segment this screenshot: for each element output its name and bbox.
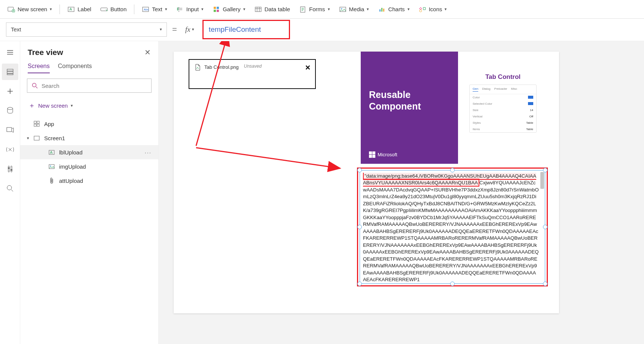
more-button[interactable]: ··· (144, 149, 152, 156)
file-icon (194, 64, 201, 71)
tree-new-screen[interactable]: ＋ New screen ▾ (27, 99, 152, 112)
chevron-down-icon: ▾ (27, 136, 29, 141)
tree-search[interactable] (27, 79, 152, 93)
input-button[interactable]: Input ▾ (173, 3, 207, 15)
fx-button[interactable]: fx ▾ (182, 25, 197, 34)
gallery-icon (213, 6, 220, 13)
base64-body: Cxjwv8YQUAAAAJcEhZcwAADsMAAA7DAcdvqGQAAP… (363, 180, 539, 281)
advanced-tools-button[interactable] (2, 161, 18, 177)
variables-button[interactable] (2, 141, 18, 158)
chevron-down-icon: ▾ (328, 7, 330, 12)
label-button[interactable]: Label (64, 3, 95, 15)
left-rail (0, 41, 20, 344)
search-rail-button[interactable] (2, 180, 18, 197)
resize-handle[interactable] (543, 225, 547, 229)
tab-screens[interactable]: Screens (28, 63, 50, 73)
button-button[interactable]: Button (97, 3, 130, 15)
tab-components[interactable]: Components (58, 63, 92, 73)
label-icon (67, 6, 75, 13)
chevron-down-icon: ▾ (445, 7, 447, 12)
svg-rect-9 (217, 7, 219, 9)
svg-rect-21 (7, 71, 13, 73)
tree-title: Tree view (28, 48, 63, 57)
tree-app[interactable]: App (20, 117, 158, 131)
property-select[interactable]: Text ▾ (6, 22, 167, 37)
text-label: Text (152, 6, 162, 12)
gallery-label: Gallery (223, 6, 241, 12)
forms-button[interactable]: Forms ▾ (295, 3, 334, 15)
insert-button[interactable] (2, 83, 18, 99)
resize-handle[interactable] (450, 168, 455, 172)
formula-bar: Text ▾ = fx ▾ tempFileContent (0, 19, 644, 41)
svg-rect-22 (7, 74, 13, 75)
tree-screen1-label: Screen1 (44, 135, 65, 141)
formula-input[interactable]: tempFileContent (202, 22, 638, 37)
input-icon (176, 6, 184, 13)
input-label: Input (186, 6, 199, 12)
tree-view-button[interactable] (2, 64, 18, 80)
hamburger-button[interactable] (2, 44, 18, 61)
fx-icon: fx (185, 25, 190, 34)
formula-expression-highlight: tempFileContent (202, 20, 290, 39)
tree-imgupload[interactable]: imgUpload (20, 159, 158, 173)
search-icon (31, 82, 39, 89)
tree-lblupload[interactable]: lblUpload ··· (20, 145, 158, 159)
lblupload-control[interactable]: "data:image/png;base64,iVBORw0KGgoAAAANS… (360, 170, 545, 284)
charts-button[interactable]: Charts ▾ (374, 3, 413, 15)
svg-point-29 (7, 185, 12, 190)
equals-sign: = (172, 25, 177, 34)
text-button[interactable]: Abc Text ▾ (138, 3, 171, 15)
new-screen-icon (7, 6, 15, 13)
separator (134, 4, 134, 14)
tab-preview-tabs: Gen Dialog Preloader Misc (470, 85, 536, 94)
tab-preview-title: Tab Control (469, 73, 537, 81)
resize-handle[interactable] (543, 282, 547, 286)
svg-point-23 (7, 107, 13, 110)
resize-handle[interactable] (357, 168, 362, 172)
property-value: Text (11, 26, 21, 33)
remove-file-button[interactable]: ✕ (305, 64, 311, 72)
attachment-control[interactable]: Tab Control.png Unsaved ✕ (189, 59, 316, 89)
svg-rect-34 (37, 124, 39, 126)
svg-point-15 (341, 8, 342, 9)
data-button[interactable] (2, 102, 18, 119)
new-screen-button[interactable]: New screen ▾ (4, 3, 56, 15)
svg-rect-25 (8, 166, 9, 172)
chevron-down-icon: ▾ (201, 7, 204, 12)
screen-icon (33, 134, 40, 142)
svg-rect-16 (379, 9, 381, 12)
media-rail-button[interactable] (2, 122, 18, 138)
resize-handle[interactable] (357, 225, 362, 229)
close-panel-button[interactable]: ✕ (144, 48, 151, 57)
resize-handle[interactable] (543, 168, 547, 172)
tree-panel: Tree view ✕ Screens Components ＋ New scr… (20, 41, 159, 344)
search-input[interactable] (42, 83, 147, 89)
card-line1: Reusable (369, 89, 410, 100)
svg-rect-28 (10, 169, 12, 171)
image-icon (48, 163, 55, 170)
tree-screen1[interactable]: ▾ Screen1 (20, 131, 158, 145)
data-table-icon (254, 6, 262, 13)
scrollbar[interactable] (540, 172, 544, 189)
button-icon (100, 6, 108, 13)
tree-imgupload-label: imgUpload (59, 163, 86, 170)
media-button[interactable]: Media ▾ (335, 3, 373, 15)
svg-rect-35 (34, 136, 39, 140)
chevron-down-icon: ▾ (160, 27, 162, 32)
data-table-button[interactable]: Data table (251, 3, 294, 15)
gallery-button[interactable]: Gallery ▾ (209, 3, 249, 15)
tree-lblupload-label: lblUpload (59, 149, 83, 156)
resize-handle[interactable] (357, 282, 362, 286)
tree-attupload[interactable]: attUpload (20, 173, 158, 188)
svg-rect-17 (381, 8, 382, 12)
media-icon (339, 6, 347, 13)
chevron-down-icon: ▾ (192, 27, 194, 32)
svg-rect-20 (7, 69, 13, 71)
icons-button[interactable]: Icons ▾ (415, 3, 451, 15)
svg-rect-33 (34, 124, 36, 126)
media-label: Media (349, 6, 364, 12)
resize-handle[interactable] (450, 282, 455, 286)
canvas-page[interactable]: Tab Control.png Unsaved ✕ Reusable Compo… (174, 52, 559, 313)
tree-tabs: Screens Components (20, 59, 158, 73)
top-toolbar: New screen ▾ Label Button Abc Text ▾ Inp… (0, 0, 644, 19)
